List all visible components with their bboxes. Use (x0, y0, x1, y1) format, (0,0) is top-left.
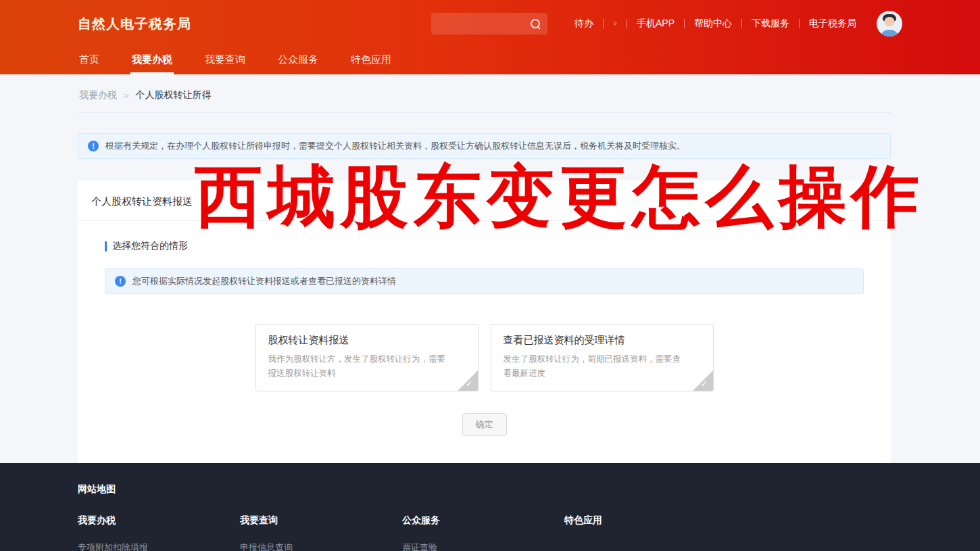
footer-col-title: 我要办税 (78, 514, 240, 527)
breadcrumb-separator-icon: > (124, 91, 129, 101)
notification-bell-icon[interactable] (604, 18, 627, 30)
mobile-app-link[interactable]: 手机APP (627, 18, 684, 30)
hint-banner: ! 您可根据实际情况发起股权转让资料报送或者查看已报送的资料详情 (105, 268, 864, 294)
info-icon: ! (88, 141, 99, 151)
corner-check-icon: ✓ (458, 370, 478, 391)
avatar-face (885, 17, 895, 26)
help-center-link[interactable]: 帮助中心 (685, 18, 741, 30)
download-service-link[interactable]: 下载服务 (742, 18, 799, 30)
section-label: 选择您符合的情形 (105, 240, 864, 252)
option-desc: 发生了股权转让行为，前期已报送资料，需要查看最新进度 (504, 352, 701, 381)
footer-link-declaration-query[interactable]: 申报信息查询 (240, 542, 402, 551)
etax-bureau-link[interactable]: 电子税务局 (800, 18, 866, 30)
nav-tab-tax-handling[interactable]: 我要办税 (130, 47, 174, 74)
hint-text: 您可根据实际情况发起股权转让资料报送或者查看已报送的资料详情 (132, 275, 396, 287)
option-view-progress[interactable]: 查看已报送资料的受理详情 发生了股权转让行为，前期已报送资料，需要查看最新进度 … (491, 324, 714, 391)
option-desc: 我作为股权转让方，发生了股权转让行为，需要报送股权转让资料 (268, 352, 466, 381)
user-avatar[interactable] (877, 11, 902, 37)
card-title: 个人股权转让资料报送 (78, 181, 891, 220)
equity-transfer-card: 个人股权转让资料报送 选择您符合的情形 ! 您可根据实际情况发起股权转让资料报送… (78, 181, 891, 463)
section-label-text: 选择您符合的情形 (112, 240, 188, 252)
footer-link-special-deduction[interactable]: 专项附加扣除填报 (78, 542, 240, 551)
header-search-box[interactable] (431, 13, 547, 34)
footer-col-tax-handling: 我要办税 专项附加扣除填报 (78, 514, 240, 551)
footer-col-title: 特色应用 (564, 514, 727, 527)
divider (78, 220, 891, 221)
app-header: 自然人电子税务局 待办 手机APP 帮助中心 下载服务 电子税务局 (0, 0, 980, 74)
option-submit-materials[interactable]: 股权转让资料报送 我作为股权转让方，发生了股权转让行为，需要报送股权转让资料 ✓ (255, 324, 479, 391)
footer-col-featured-apps: 特色应用 (564, 514, 727, 551)
search-input[interactable] (438, 19, 530, 29)
corner-check-icon: ✓ (693, 370, 713, 391)
todo-link[interactable]: 待办 (565, 18, 603, 30)
breadcrumb-parent[interactable]: 我要办税 (79, 89, 117, 101)
footer-link-ticket-check[interactable]: 票证查验 (402, 542, 564, 551)
page-footer: 网站地图 我要办税 专项附加扣除填报 我要查询 申报信息查询 公众服务 票证查验… (0, 463, 980, 551)
site-logo: 自然人电子税务局 (78, 15, 191, 33)
avatar-shirt (881, 30, 899, 37)
breadcrumb-current: 个人股权转让所得 (136, 89, 212, 101)
sitemap-title: 网站地图 (78, 483, 980, 496)
footer-col-public-service: 公众服务 票证查验 (402, 514, 564, 551)
footer-col-title: 我要查询 (240, 514, 402, 527)
nav-tab-query[interactable]: 我要查询 (203, 47, 247, 74)
breadcrumb: 我要办税 > 个人股权转让所得 (79, 89, 889, 101)
notice-text: 根据有关规定，在办理个人股权转让所得申报时，需要提交个人股权转让相关资料，股权受… (105, 140, 685, 152)
breadcrumb-strip: 我要办税 > 个人股权转让所得 (78, 74, 891, 113)
confirm-button[interactable]: 确定 (462, 413, 507, 436)
nav-tab-featured-apps[interactable]: 特色应用 (349, 47, 393, 74)
notice-banner: ! 根据有关规定，在办理个人股权转让所得申报时，需要提交个人股权转让相关资料，股… (78, 133, 891, 159)
nav-tab-home[interactable]: 首页 (78, 47, 101, 74)
info-icon: ! (115, 276, 126, 287)
option-title: 股权转让资料报送 (268, 334, 466, 347)
section-accent-bar (105, 241, 107, 251)
option-title: 查看已报送资料的受理详情 (504, 334, 701, 347)
main-nav: 首页 我要办税 我要查询 公众服务 特色应用 (78, 47, 902, 74)
search-icon[interactable] (530, 18, 541, 29)
footer-col-query: 我要查询 申报信息查询 (240, 514, 402, 551)
main-content: 我要办税 > 个人股权转让所得 ! 根据有关规定，在办理个人股权转让所得申报时，… (0, 74, 980, 463)
footer-col-title: 公众服务 (402, 514, 564, 527)
option-cards: 股权转让资料报送 我作为股权转让方，发生了股权转让行为，需要报送股权转让资料 ✓… (105, 324, 864, 391)
nav-tab-public-service[interactable]: 公众服务 (276, 47, 320, 74)
